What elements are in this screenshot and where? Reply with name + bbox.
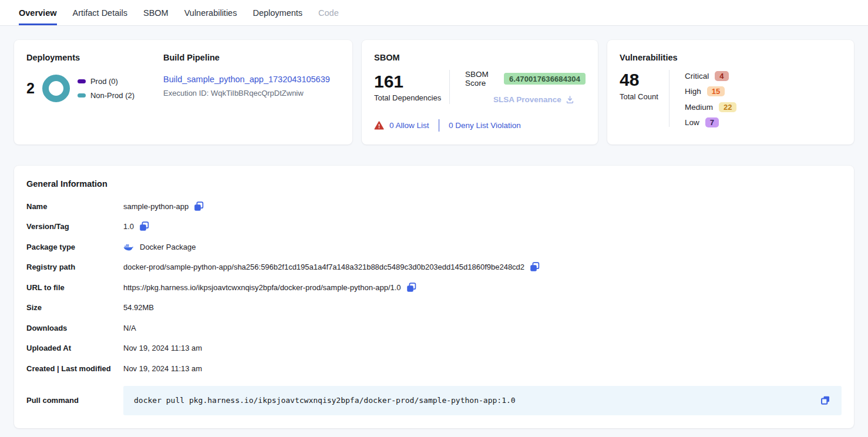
info-row-registry-path: Registry path docker-prod/sample-python-…	[26, 257, 842, 278]
severity-label: Medium	[685, 103, 713, 112]
pull-command-box: docker pull pkg.harness.io/ikpsjoavtcwxn…	[123, 386, 842, 415]
info-label: Created | Last modified	[26, 364, 123, 373]
package-type-value: Docker Package	[140, 243, 196, 251]
copy-icon[interactable]	[530, 262, 540, 272]
vulnerabilities-total-count: 48	[620, 70, 669, 90]
prod-legend-label: Prod (0)	[90, 77, 118, 86]
summary-cards-row: Deployments 2 Prod (0) Non-Prod (2)	[14, 40, 854, 144]
info-label: Name	[26, 202, 123, 211]
info-row-uploaded-at: Uploaded At Nov 19, 2024 11:13 am	[26, 338, 842, 359]
nonprod-legend-label: Non-Prod (2)	[90, 91, 134, 100]
info-row-downloads: Downloads N/A	[26, 318, 842, 338]
tab-code: Code	[318, 0, 339, 25]
severity-count-badge: 15	[707, 86, 725, 96]
tab-overview[interactable]: Overview	[19, 0, 57, 25]
severity-list: Critical 4 High 15 Medium 22 Low 7	[685, 70, 736, 129]
info-label: Downloads	[26, 324, 123, 332]
pull-command-text: docker pull pkg.harness.io/ikpsjoavtcwxn…	[134, 396, 516, 405]
deployments-title: Deployments	[26, 53, 163, 62]
sbom-total-block: 161 Total Dependencies	[374, 72, 449, 103]
size-value: 54.92MB	[123, 303, 154, 312]
legend-item-prod: Prod (0)	[78, 77, 134, 86]
tab-sbom[interactable]: SBOM	[143, 0, 169, 25]
slsa-provenance-label: SLSA Provenance	[493, 95, 561, 104]
general-information-title: General Information	[26, 179, 842, 189]
severity-row-low: Low 7	[685, 117, 736, 129]
info-label: Size	[26, 303, 123, 312]
download-icon	[566, 95, 574, 104]
severity-count-badge: 7	[705, 117, 719, 127]
divider	[449, 70, 450, 104]
tab-vulnerabilities[interactable]: Vulnerabilities	[184, 0, 237, 25]
sbom-total-count: 161	[374, 72, 449, 92]
copy-icon[interactable]	[406, 283, 416, 293]
copy-icon[interactable]	[820, 395, 831, 406]
build-pipeline-section: Build Pipeline Build_sample_python_app_1…	[163, 53, 340, 132]
info-row-name: Name sample-python-app	[26, 196, 842, 217]
copy-icon[interactable]	[194, 201, 204, 211]
severity-count-badge: 4	[715, 71, 728, 81]
info-label: Uploaded At	[26, 344, 123, 352]
created-modified-value: Nov 19, 2024 11:13 am	[123, 364, 202, 373]
tab-artifact-details[interactable]: Artifact Details	[73, 0, 127, 25]
sbom-title: SBOM	[374, 53, 586, 62]
legend-item-nonprod: Non-Prod (2)	[78, 91, 134, 100]
info-row-created-modified: Created | Last modified Nov 19, 2024 11:…	[26, 358, 842, 379]
severity-count-badge: 22	[719, 102, 736, 112]
sbom-card: SBOM 161 Total Dependencies SBOM Score 6…	[362, 40, 598, 144]
vulnerabilities-title: Vulnerabilities	[620, 53, 842, 62]
severity-label: Critical	[685, 72, 709, 80]
build-pipeline-title: Build Pipeline	[163, 53, 340, 62]
uploaded-at-value: Nov 19, 2024 11:13 am	[123, 344, 202, 352]
nonprod-legend-swatch	[78, 93, 86, 98]
deployments-section: Deployments 2 Prod (0) Non-Prod (2)	[26, 53, 163, 132]
divider	[669, 70, 669, 127]
severity-row-medium: Medium 22	[685, 101, 736, 113]
info-label: Registry path	[26, 263, 123, 271]
vulnerabilities-total-label: Total Count	[620, 92, 669, 101]
vulnerabilities-card: Vulnerabilities 48 Total Count Critical …	[607, 40, 854, 144]
warning-icon	[374, 121, 384, 130]
overview-page: Deployments 2 Prod (0) Non-Prod (2)	[0, 26, 868, 433]
deployments-card: Deployments 2 Prod (0) Non-Prod (2)	[14, 40, 352, 144]
deployments-donut-chart	[42, 75, 70, 102]
info-row-package-type: Package type Docker Package	[26, 237, 842, 257]
copy-icon[interactable]	[139, 221, 149, 231]
registry-path-value: docker-prod/sample-python-app/sha256:596…	[123, 263, 524, 271]
info-label: URL to file	[26, 283, 123, 292]
info-label: Package type	[26, 243, 123, 251]
artifact-name-value: sample-python-app	[123, 202, 189, 211]
slsa-provenance-link[interactable]: SLSA Provenance	[493, 95, 586, 104]
divider	[439, 119, 440, 132]
sbom-score-badge: 6.470017636684304	[504, 73, 586, 85]
info-row-pull-command: Pull command docker pull pkg.harness.io/…	[26, 386, 842, 415]
severity-row-critical: Critical 4	[685, 70, 736, 82]
allow-list-link[interactable]: 0 Allow List	[389, 121, 429, 130]
deployments-legend: Prod (0) Non-Prod (2)	[78, 77, 134, 100]
version-tag-value: 1.0	[123, 222, 134, 231]
severity-label: High	[685, 87, 701, 96]
execution-id: Execution ID: WqkTiIbBRqecQrpDtZwniw	[163, 89, 340, 98]
deployments-total: 2	[26, 80, 35, 97]
severity-row-high: High 15	[685, 86, 736, 98]
pipeline-link[interactable]: Build_sample_python_app_1732043105639	[163, 75, 330, 84]
info-label: Version/Tag	[26, 222, 123, 231]
info-row-version: Version/Tag 1.0	[26, 217, 842, 237]
docker-icon	[123, 243, 133, 251]
general-information-card: General Information Name sample-python-a…	[14, 166, 854, 428]
downloads-value: N/A	[123, 324, 136, 332]
info-row-size: Size 54.92MB	[26, 298, 842, 318]
info-row-url: URL to file https://pkg.harness.io/ikpsj…	[26, 277, 842, 298]
tab-deployments[interactable]: Deployments	[253, 0, 302, 25]
severity-label: Low	[685, 118, 699, 127]
sbom-total-label: Total Dependencies	[374, 93, 449, 102]
tab-bar: Overview Artifact Details SBOM Vulnerabi…	[0, 0, 868, 26]
info-label: Pull command	[26, 396, 123, 405]
deny-list-link[interactable]: 0 Deny List Violation	[449, 121, 521, 130]
url-to-file-value: https://pkg.harness.io/ikpsjoavtcwxnqisy…	[123, 283, 401, 292]
vulnerabilities-total-block: 48 Total Count	[620, 70, 669, 129]
prod-legend-swatch	[78, 79, 86, 83]
sbom-score-label: SBOM Score	[465, 70, 498, 88]
